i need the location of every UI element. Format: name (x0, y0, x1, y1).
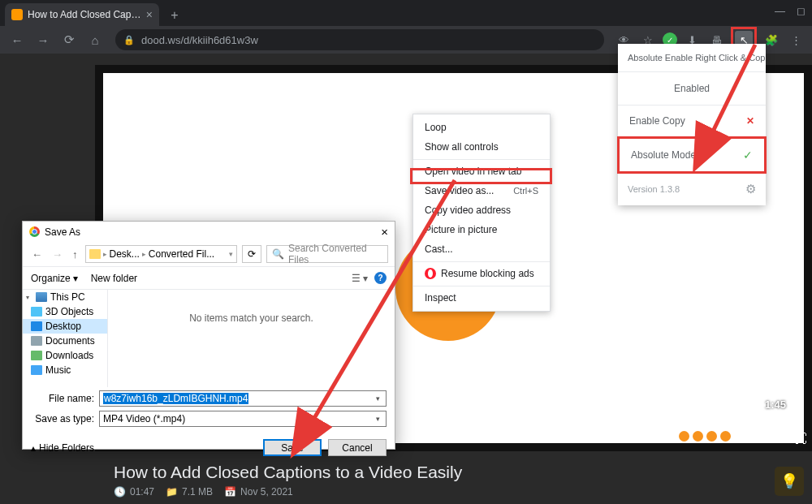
tree-documents[interactable]: Documents (23, 334, 107, 348)
extension-version: Version 1.3.8 (628, 184, 680, 194)
extension-name: Absolute Enable Right Click & Cop (618, 44, 766, 72)
savetype-label: Save as type: (31, 413, 94, 424)
cm-pip[interactable]: Picture in picture (413, 220, 550, 239)
nav-up-icon[interactable]: ↑ (70, 247, 80, 262)
fullscreen-icon[interactable]: ⛶ (794, 432, 807, 446)
savetype-select[interactable]: MP4 Video (*.mp4)▾ (99, 411, 387, 427)
chrome-icon (29, 226, 40, 237)
cm-resume-block[interactable]: Resume blocking ads (413, 261, 550, 283)
check-icon: ✓ (743, 149, 753, 162)
menu-icon[interactable]: ⋮ (786, 30, 806, 50)
tree-desktop[interactable]: Desktop (23, 319, 107, 334)
hide-folders-button[interactable]: ▴Hide Folders (31, 442, 94, 454)
video-title: How to Add Closed Captions to a Video Ea… (114, 463, 796, 482)
browser-tab[interactable]: How to Add Closed Captions to ... × (5, 3, 159, 26)
url-text: dood.ws/d/kkiih6d61w3w (141, 34, 258, 46)
forward-button[interactable]: → (32, 29, 54, 50)
close-tab-icon[interactable]: × (146, 8, 153, 21)
cancel-button[interactable]: Cancel (328, 439, 387, 456)
dialog-title: Save As (45, 226, 80, 238)
gear-icon[interactable]: ⚙ (745, 182, 756, 196)
video-date: 📅 Nov 5, 2021 (224, 486, 293, 498)
help-icon[interactable]: ? (374, 272, 387, 284)
cm-inspect[interactable]: Inspect (413, 286, 550, 308)
cm-cast[interactable]: Cast... (413, 239, 550, 259)
video-time-overlay: 1:45 (765, 398, 786, 411)
home-button[interactable]: ⌂ (84, 29, 106, 50)
search-input[interactable]: 🔍 Search Converted Files (266, 245, 388, 263)
tree-downloads[interactable]: Downloads (23, 348, 107, 363)
opera-icon (425, 268, 436, 279)
filename-input[interactable]: w8z7iwh16b_zLDmIBGHNH.mp4▾ (99, 390, 387, 407)
extension-status: Enabled (618, 72, 766, 106)
video-size: 📁 7.1 MB (166, 486, 213, 498)
context-menu: Loop Show all controls Open video in new… (412, 114, 551, 312)
dialog-close-icon[interactable]: × (381, 225, 388, 239)
cm-save-video[interactable]: Save video as...Ctrl+S (413, 181, 550, 200)
absolute-mode-row[interactable]: Absolute Mode ✓ (617, 136, 767, 174)
nav-back-icon[interactable]: ← (29, 247, 45, 262)
folder-icon (89, 249, 101, 259)
folder-tree[interactable]: ▾This PC 3D Objects Desktop Documents Do… (23, 290, 108, 387)
enable-copy-row[interactable]: Enable Copy ✕ (618, 106, 766, 137)
extension-popup: Absolute Enable Right Click & Cop Enable… (618, 44, 766, 205)
organize-button[interactable]: Organize ▾ (31, 273, 78, 284)
tree-this-pc[interactable]: ▾This PC (23, 290, 107, 304)
save-as-dialog: Save As × ← → ↑ ▸ Desk... ▸ Converted Fi… (22, 221, 395, 450)
cm-show-controls[interactable]: Show all controls (413, 137, 550, 157)
nav-forward-icon[interactable]: → (50, 247, 65, 262)
tab-favicon (11, 9, 23, 20)
lightbulb-icon[interactable]: 💡 (775, 467, 804, 496)
tree-music[interactable]: Music (23, 363, 107, 377)
breadcrumb[interactable]: ▸ Desk... ▸ Converted Fil... ▾ (85, 245, 238, 263)
reload-button[interactable]: ⟳ (58, 29, 80, 50)
lock-icon: 🔒 (123, 35, 135, 45)
tree-3d-objects[interactable]: 3D Objects (23, 304, 107, 319)
cm-loop[interactable]: Loop (413, 118, 550, 137)
view-icon[interactable]: ☰ ▾ (352, 273, 368, 284)
window-minimize-icon[interactable]: — (775, 5, 785, 17)
tab-title: How to Add Closed Captions to ... (28, 9, 141, 20)
cm-open-new-tab[interactable]: Open video in new tab (413, 159, 550, 181)
new-folder-button[interactable]: New folder (91, 273, 137, 284)
filename-label: File name: (31, 393, 94, 404)
refresh-icon[interactable]: ⟳ (242, 245, 261, 263)
save-button[interactable]: Save (263, 439, 322, 456)
back-button[interactable]: ← (6, 29, 28, 50)
new-tab-button[interactable]: + (164, 5, 185, 26)
close-icon[interactable]: ✕ (746, 115, 754, 127)
progress-dots (679, 431, 731, 442)
cm-copy-address[interactable]: Copy video address (413, 200, 550, 220)
file-list-empty: No items match your search. (108, 290, 395, 387)
url-bar[interactable]: 🔒 dood.ws/d/kkiih6d61w3w (115, 29, 604, 50)
window-restore-icon[interactable]: ◻ (797, 5, 806, 17)
video-duration: 🕓 01:47 (114, 486, 154, 498)
